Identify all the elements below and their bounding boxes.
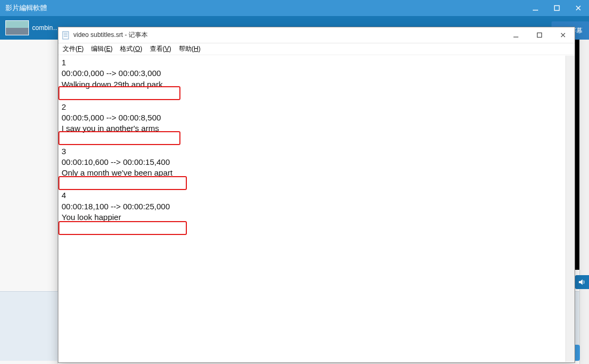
svg-rect-4 [63, 32, 69, 39]
notepad-titlebar: video subtitles.srt - 记事本 [58, 27, 575, 43]
sound-button[interactable] [575, 275, 589, 289]
srt-timestamp: 00:00:18,100 --> 00:00:25,000 [62, 201, 571, 212]
close-button[interactable] [568, 0, 589, 16]
srt-text: Walking down 29th and park [62, 79, 571, 90]
notepad-maximize-button[interactable] [527, 27, 551, 43]
maximize-icon [537, 32, 542, 38]
srt-timestamp: 00:00:0,000 --> 00:00:3,000 [62, 68, 571, 79]
srt-index: 2 [62, 102, 571, 112]
srt-entry: 300:00:10,600 --> 00:00:15,400Only a mon… [62, 146, 571, 179]
video-editor-title: 影片編輯軟體 [5, 3, 47, 13]
highlight-annotation [58, 221, 187, 235]
notepad-window-controls [504, 27, 575, 43]
srt-text: You look happier [62, 212, 571, 223]
srt-timestamp: 00:00:10,600 --> 00:00:15,400 [62, 157, 571, 168]
minimize-icon [532, 5, 539, 11]
notepad-text-area[interactable]: 100:00:0,000 --> 00:00:3,000Walking down… [58, 55, 575, 362]
menu-file[interactable]: 文件(F) [63, 44, 84, 54]
notepad-window: video subtitles.srt - 记事本 文件(F) 编辑(E) 格式… [58, 27, 575, 363]
srt-text: I saw you in another's arms [62, 123, 571, 134]
close-icon [560, 32, 566, 38]
srt-index: 3 [62, 146, 571, 157]
maximize-button[interactable] [546, 0, 568, 16]
svg-rect-9 [537, 33, 541, 37]
srt-entry: 200:00:5,000 --> 00:00:8,500I saw you in… [62, 102, 571, 134]
notepad-title: video subtitles.srt - 记事本 [73, 31, 148, 40]
minimize-icon [513, 32, 519, 38]
file-thumbnail[interactable] [5, 20, 29, 35]
notepad-menubar: 文件(F) 编辑(E) 格式(O) 查看(V) 帮助(H) [58, 43, 575, 55]
video-editor-titlebar: 影片編輯軟體 [0, 0, 589, 16]
minimize-button[interactable] [525, 0, 546, 16]
maximize-icon [554, 5, 560, 11]
svg-rect-1 [555, 6, 560, 11]
menu-view[interactable]: 查看(V) [150, 44, 171, 54]
video-editor-scrollbar[interactable] [579, 40, 589, 364]
menu-help[interactable]: 帮助(H) [179, 44, 201, 54]
video-editor-window-controls [525, 0, 589, 16]
close-icon [575, 5, 582, 11]
menu-format[interactable]: 格式(O) [120, 44, 142, 54]
srt-index: 4 [62, 190, 571, 201]
notepad-icon [62, 31, 70, 40]
srt-timestamp: 00:00:5,000 --> 00:00:8,500 [62, 112, 571, 123]
notepad-scrollbar[interactable] [565, 56, 575, 362]
srt-entry: 400:00:18,100 --> 00:00:25,000You look h… [62, 190, 571, 223]
srt-entry: 100:00:0,000 --> 00:00:3,000Walking down… [62, 57, 571, 90]
notepad-close-button[interactable] [551, 27, 575, 43]
srt-index: 1 [62, 57, 571, 68]
speaker-icon [578, 278, 586, 286]
file-tab-label[interactable]: combin… [32, 24, 59, 32]
menu-edit[interactable]: 编辑(E) [91, 44, 112, 54]
notepad-minimize-button[interactable] [504, 27, 527, 43]
srt-text: Only a month we've been apart [62, 168, 571, 178]
